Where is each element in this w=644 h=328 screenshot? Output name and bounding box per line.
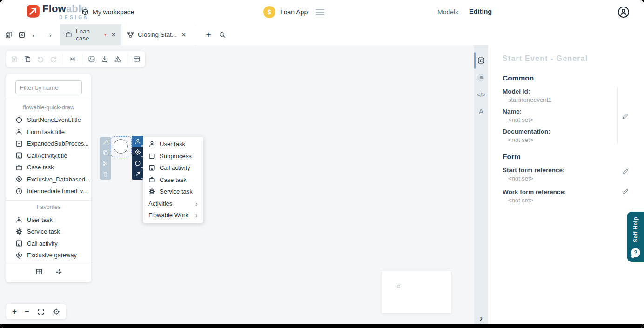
palette-item-label: ExpandedSubProces... <box>27 140 89 147</box>
field-value: startnoneevent1 <box>503 96 644 103</box>
nav-editing[interactable]: Editing <box>469 8 492 15</box>
nav-models[interactable]: Models <box>437 8 458 16</box>
field-label: Model Id: <box>503 88 644 95</box>
panel-tab-documentation[interactable] <box>474 69 488 86</box>
quick-add-user-task-button[interactable] <box>132 136 143 147</box>
edit-start-form-pencil-icon[interactable] <box>622 168 629 175</box>
fit-to-screen-icon[interactable] <box>37 308 45 315</box>
tab-label: Closing Stat... <box>138 31 177 38</box>
save-icon[interactable] <box>11 55 18 63</box>
menu-item-flowable-work[interactable]: Flowable Work › <box>143 209 203 221</box>
draw-connection-button[interactable] <box>132 169 143 180</box>
save-all-button[interactable] <box>4 24 14 45</box>
menu-item-activities[interactable]: Activities › <box>143 198 203 210</box>
panel-tab-text[interactable]: A <box>474 104 488 120</box>
magic-wand-button[interactable] <box>100 137 111 147</box>
back-arrow-icon: ← <box>31 30 39 40</box>
zoom-in-button[interactable]: + <box>12 308 17 315</box>
copy-icon <box>102 150 108 156</box>
download-model-icon[interactable] <box>101 55 108 63</box>
form-panel-icon[interactable] <box>133 55 141 63</box>
user-task-icon <box>148 141 155 147</box>
export-image-icon[interactable] <box>88 55 95 63</box>
quick-add-end-event-button[interactable] <box>132 158 143 169</box>
palette-item-service-task[interactable]: Service task <box>6 226 91 238</box>
field-documentation[interactable]: Documentation: <not set> <box>503 128 644 143</box>
undo-icon[interactable] <box>37 55 44 63</box>
properties-tab-strip: </> A › <box>474 45 488 328</box>
panel-tab-code[interactable]: </> <box>474 87 488 103</box>
diagram-canvas[interactable]: flowable-quick-draw StartNoneEvent.title… <box>0 45 474 328</box>
palette-item-exclusive-gateway-fav[interactable]: Exclusive gateway <box>6 249 91 261</box>
close-tab-icon[interactable]: ✕ <box>181 32 186 38</box>
tab-closing-stat[interactable]: Closing Stat... ✕ <box>121 24 195 45</box>
collapse-palette-icon[interactable] <box>55 268 62 275</box>
menu-item-call-activity[interactable]: Call activity <box>143 162 203 174</box>
palette-item-call-activity[interactable]: CallActivity.title <box>6 150 91 162</box>
scissors-icon <box>102 161 108 167</box>
start-event-shape[interactable] <box>114 139 128 154</box>
menu-item-label: Call activity <box>160 164 190 171</box>
new-tab-button[interactable]: + <box>203 24 214 45</box>
resize-width-icon[interactable] <box>69 55 76 63</box>
field-model-id[interactable]: Model Id: startnoneevent1 <box>503 88 644 103</box>
subprocess-icon <box>148 153 155 160</box>
palette-item-start-none-event[interactable]: StartNoneEvent.title <box>6 114 91 126</box>
window-bottom-edge <box>0 324 644 328</box>
self-help-button[interactable]: Self Help ? <box>627 212 644 262</box>
palette-item-form-task[interactable]: FormTask.title <box>6 126 91 138</box>
tab-forward-button[interactable]: → <box>43 24 55 45</box>
text-tool-icon: A <box>478 107 483 117</box>
copy-icon[interactable] <box>24 55 31 63</box>
quick-add-gateway-button[interactable] <box>132 147 143 158</box>
menu-item-label: Case task <box>160 176 187 183</box>
shape-palette: flowable-quick-draw StartNoneEvent.title… <box>6 74 91 282</box>
menu-item-user-task[interactable]: User task <box>143 138 203 150</box>
tab-loan-case[interactable]: Loan case ● ✕ <box>60 24 121 45</box>
tab-label: Loan case <box>76 28 101 42</box>
palette-item-case-task[interactable]: Case task <box>6 161 91 174</box>
properties-panel: Start Event - General Common Model Id: s… <box>488 45 644 328</box>
menu-item-service-task[interactable]: Service task <box>143 186 203 198</box>
user-task-icon <box>15 128 23 135</box>
forward-arrow-icon: → <box>45 30 53 40</box>
center-target-icon[interactable] <box>53 308 60 315</box>
toolbar-divider <box>127 54 127 64</box>
palette-item-user-task[interactable]: User task <box>6 214 91 226</box>
edit-work-form-pencil-icon[interactable] <box>622 188 629 195</box>
palette-item-call-activity-fav[interactable]: Call activity <box>6 238 91 250</box>
panel-tab-general[interactable] <box>474 52 488 69</box>
selection-toolbar <box>100 137 111 180</box>
document-icon <box>477 74 485 81</box>
minimap-start-event-dot <box>397 285 400 288</box>
exclusive-gateway-icon <box>15 252 23 259</box>
close-tab-icon[interactable]: ✕ <box>111 32 116 38</box>
cut-shape-button[interactable] <box>100 158 111 169</box>
menu-item-case-task[interactable]: Case task <box>143 174 203 186</box>
zoom-out-button[interactable]: − <box>25 308 29 315</box>
collapse-panel-chevron[interactable]: › <box>474 312 488 323</box>
minimap[interactable] <box>382 271 451 313</box>
tab-back-button[interactable]: ← <box>29 24 41 45</box>
app-menu-icon[interactable] <box>316 9 324 15</box>
menu-item-subprocess[interactable]: Subprocess <box>143 150 203 162</box>
palette-item-intermediate-timer[interactable]: IntermediateTimerEv... <box>6 185 91 197</box>
flowable-logo[interactable]: Flowable DESIGN <box>26 4 89 20</box>
app-selector[interactable]: $ Loan App <box>263 0 324 24</box>
grid-view-icon[interactable] <box>35 268 43 275</box>
delete-shape-button[interactable] <box>100 169 111 180</box>
copy-shape-button[interactable] <box>100 147 111 158</box>
app-name: Loan App <box>280 8 308 16</box>
edit-name-pencil-icon[interactable] <box>622 113 629 120</box>
close-all-button[interactable] <box>17 24 27 45</box>
properties-title: Start Event - General <box>503 54 644 63</box>
selected-start-event[interactable] <box>111 136 132 157</box>
validation-warnings-icon[interactable] <box>114 55 121 63</box>
palette-item-exclusive-gateway[interactable]: Exclusive_Databased... <box>6 174 91 186</box>
workspace-selector[interactable]: My workspace <box>81 0 134 24</box>
palette-item-expanded-subprocess[interactable]: ExpandedSubProces... <box>6 138 91 150</box>
user-avatar-icon[interactable] <box>617 6 630 18</box>
search-models-button[interactable] <box>217 24 228 45</box>
redo-icon[interactable] <box>50 55 57 63</box>
filter-input[interactable] <box>15 80 82 94</box>
